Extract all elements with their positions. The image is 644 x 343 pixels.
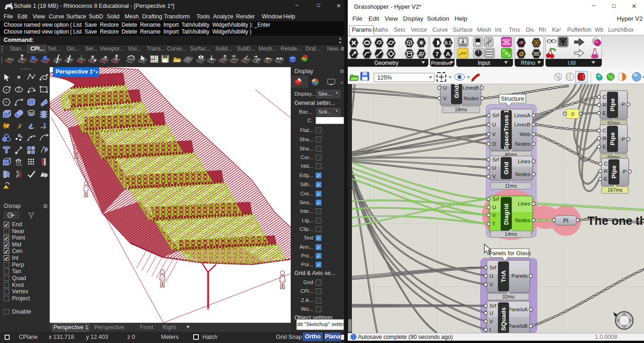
svg-text:Panels: Panels <box>512 273 528 279</box>
svg-text:V: V <box>492 174 496 179</box>
svg-text:Pipe: Pipe <box>610 165 617 178</box>
svg-text:SQuads: SQuads <box>500 307 507 331</box>
svg-text:Pipe: Pipe <box>609 98 616 111</box>
svg-text:Grid: Grid <box>503 162 510 175</box>
svg-text:Nodes: Nodes <box>515 217 530 223</box>
svg-text:125%: 125% <box>377 74 392 81</box>
svg-text:SpaceTruss 1: SpaceTruss 1 <box>503 109 510 150</box>
svg-text:Nodes: Nodes <box>515 172 530 177</box>
svg-text:V: V <box>489 282 493 287</box>
svg-text:Web: Web <box>520 131 530 137</box>
svg-text:Srf: Srf <box>489 265 497 270</box>
svg-text:Structure: Structure <box>501 96 524 102</box>
svg-text:LinesB: LinesB <box>514 122 530 127</box>
svg-text:Lines: Lines <box>518 201 531 206</box>
svg-text:U: U <box>489 273 493 279</box>
svg-text:U: U <box>489 310 493 316</box>
svg-text:C: C <box>604 161 608 166</box>
svg-text:V: V <box>489 319 493 324</box>
svg-text:U: U <box>492 205 496 210</box>
svg-text:Util: Util <box>568 60 575 66</box>
svg-text:LinesA: LinesA <box>514 113 530 118</box>
svg-text:Primitive: Primitive <box>431 60 451 66</box>
svg-text:U: U <box>492 122 496 127</box>
svg-text:U: U <box>492 165 496 171</box>
svg-text:R: R <box>603 136 606 141</box>
svg-text:E: E <box>604 176 608 182</box>
svg-text:11ms: 11ms <box>505 183 517 189</box>
svg-text:Diagrid: Diagrid <box>503 204 510 225</box>
svg-text:D: D <box>492 141 496 147</box>
svg-text:V: V <box>492 131 496 137</box>
svg-text:R: R <box>603 102 606 108</box>
svg-text:U: U <box>443 85 447 91</box>
svg-text:32ms: 32ms <box>502 294 515 299</box>
svg-text:A: A <box>446 51 450 57</box>
svg-text:Pt: Pt <box>563 217 569 224</box>
svg-text:R: R <box>604 168 608 174</box>
svg-text:C: C <box>603 94 606 100</box>
svg-text:167ms: 167ms <box>607 187 623 193</box>
svg-text:Srf: Srf <box>492 113 500 118</box>
svg-text:P: P <box>621 102 625 107</box>
svg-text:18ms: 18ms <box>455 107 467 112</box>
svg-text:7: 7 <box>435 51 438 57</box>
svg-text:0: 0 <box>571 111 574 117</box>
svg-text:Nodes: Nodes <box>515 141 530 147</box>
svg-text:Srf: Srf <box>489 303 497 309</box>
svg-text:Pipe: Pipe <box>609 132 616 145</box>
svg-text:E: E <box>603 144 606 149</box>
svg-text:Panels for Glass: Panels for Glass <box>489 250 531 257</box>
svg-text:Nodes: Nodes <box>464 96 479 101</box>
svg-text:PanelsB: PanelsB <box>508 323 528 329</box>
svg-text:Srf: Srf <box>492 196 500 202</box>
svg-text:E: E <box>603 110 606 116</box>
svg-text:TriA: TriA <box>500 270 507 283</box>
svg-text:Srf: Srf <box>492 157 500 162</box>
svg-text:P: P <box>621 137 625 142</box>
svg-text:T: T <box>492 221 495 227</box>
svg-text:The one tha: The one tha <box>587 214 644 227</box>
svg-text:P: P <box>623 169 627 174</box>
svg-text:Geometry: Geometry <box>374 60 399 66</box>
svg-text:0.1: 0.1 <box>445 40 451 46</box>
svg-text:Input: Input <box>478 60 490 66</box>
svg-text:Lines: Lines <box>518 159 531 164</box>
svg-text:»: » <box>340 80 343 85</box>
svg-text:V: V <box>492 212 496 218</box>
svg-text:V: V <box>443 96 447 101</box>
svg-text:14ms: 14ms <box>505 231 517 237</box>
svg-text:C: C <box>603 128 606 133</box>
svg-text:PanelsA: PanelsA <box>508 307 528 312</box>
svg-text:GridBr: GridBr <box>453 84 460 98</box>
svg-text:Rhino: Rhino <box>521 60 535 66</box>
svg-text:LinesB: LinesB <box>463 85 479 91</box>
